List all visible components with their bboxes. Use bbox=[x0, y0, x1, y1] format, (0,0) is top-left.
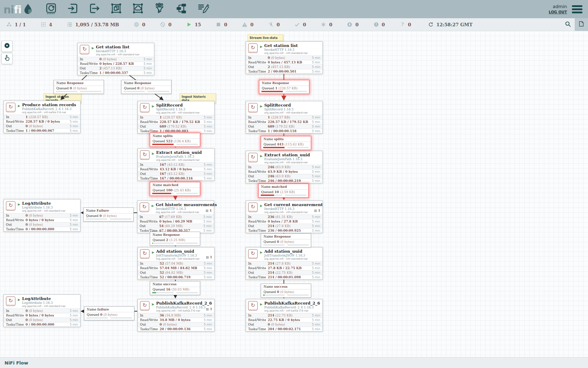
transmitting-icon bbox=[134, 22, 139, 27]
connection-failure[interactable]: Name Failure Queued 0 (0 bytes) bbox=[83, 207, 134, 222]
status-invalid: 0 bbox=[242, 22, 253, 27]
backpressure-bars bbox=[261, 244, 311, 247]
backpressure-bars bbox=[259, 90, 309, 94]
status-count: 0 bbox=[303, 22, 306, 27]
search-button[interactable] bbox=[561, 18, 575, 31]
queued-count: 0 bbox=[277, 290, 279, 294]
page-icon bbox=[578, 21, 584, 28]
status-locally-modified-stale: 0 bbox=[373, 22, 385, 27]
input-port-button[interactable] bbox=[66, 2, 79, 16]
relationship-name: splits bbox=[274, 137, 284, 141]
connection-matched[interactable]: Name matched Queued 10 (2.59 KB) bbox=[258, 184, 309, 198]
process-group-icon bbox=[110, 2, 122, 16]
connection-failure[interactable]: Name failure Queued 0 (0 bytes) bbox=[84, 306, 134, 320]
breadcrumb[interactable]: NiFi Flow bbox=[5, 360, 28, 366]
queued-count: 100 bbox=[166, 189, 173, 192]
output-port-button[interactable] bbox=[88, 2, 101, 16]
connection-response[interactable]: Name Response Queued 2 (3.25 MB) bbox=[150, 232, 200, 246]
size-backpressure-bar bbox=[176, 193, 198, 194]
connection-success[interactable]: Name success Queued 16 (50.03 MB) bbox=[150, 281, 200, 295]
remote-process-group-button[interactable] bbox=[131, 2, 145, 16]
connection-response[interactable]: Name Response Queued 0 (0 bytes) bbox=[121, 80, 172, 94]
up-to-date-icon bbox=[294, 22, 300, 27]
navigate-icon bbox=[4, 42, 10, 50]
svg-text:?: ? bbox=[401, 22, 404, 27]
object-backpressure-bar bbox=[152, 243, 174, 244]
relationship-name: success bbox=[274, 285, 287, 288]
queued-size: (136.4 KB) bbox=[174, 139, 191, 143]
queued-count: 0 bbox=[277, 240, 279, 244]
locally-modified-icon bbox=[321, 22, 326, 27]
queued-size: (0 bytes) bbox=[73, 87, 87, 90]
queued-count: 10 bbox=[274, 190, 279, 194]
connection-success[interactable]: Name success Queued 0 (0 bytes) bbox=[261, 284, 311, 298]
outline-toggle-button[interactable] bbox=[575, 18, 588, 31]
object-backpressure-bar bbox=[263, 244, 285, 246]
relationship-name: Failure bbox=[97, 209, 109, 212]
status-queued: 1,095 / 53.78 MB bbox=[67, 22, 119, 27]
processor-button[interactable] bbox=[44, 2, 58, 16]
status-count: 0 bbox=[250, 22, 253, 27]
user-block: admin LOG OUT bbox=[549, 4, 567, 14]
status-count: 0 bbox=[224, 22, 227, 27]
backpressure-bars bbox=[121, 90, 171, 94]
logout-link[interactable]: LOG OUT bbox=[549, 10, 567, 14]
relationship-name: matched bbox=[163, 183, 178, 187]
status-count: 0 bbox=[382, 22, 385, 27]
connection-response[interactable]: Name Response Queued 0 (0 bytes) bbox=[261, 233, 311, 247]
component-toolbar bbox=[44, 2, 210, 16]
global-menu-button[interactable] bbox=[572, 5, 582, 13]
locally-modified-stale-icon bbox=[373, 22, 379, 27]
size-backpressure-bar bbox=[176, 243, 198, 244]
status-locally-modified: 0 bbox=[321, 22, 332, 27]
status-stopped: 0 bbox=[216, 22, 227, 27]
nifi-drop-icon bbox=[22, 3, 34, 15]
relationship-name: Response bbox=[274, 235, 291, 238]
queued-count: 0 bbox=[99, 214, 102, 218]
status-count: 0 bbox=[329, 22, 332, 27]
backpressure-bars bbox=[84, 218, 133, 221]
logo-text-fi: fi bbox=[14, 5, 21, 15]
queued-size: (0 bytes) bbox=[140, 87, 154, 90]
connection-splits[interactable]: Name splits Queued 522 (136.4 KB) bbox=[150, 133, 200, 147]
not-transmitting-icon bbox=[160, 22, 166, 27]
connection-matched[interactable]: Name matched Queued 100 (25.43 KB) bbox=[150, 182, 200, 196]
object-backpressure-bar bbox=[152, 193, 174, 194]
process-group-button[interactable] bbox=[110, 2, 123, 16]
refresh-status[interactable]: 12:58:27 GMT bbox=[428, 22, 473, 27]
label-button[interactable] bbox=[196, 2, 210, 16]
backpressure-bars bbox=[150, 292, 200, 295]
operate-palette-button[interactable] bbox=[1, 53, 13, 64]
template-button[interactable] bbox=[175, 2, 188, 16]
threads-icon bbox=[41, 22, 46, 27]
status-running: 15 bbox=[186, 22, 201, 27]
canvas[interactable]: Ingest station recordsIngest historic da… bbox=[0, 31, 588, 368]
object-backpressure-bar bbox=[261, 195, 282, 196]
queued-count: 0 bbox=[100, 313, 102, 316]
status-cluster: 1 / 1 bbox=[6, 22, 26, 27]
queued-count: 2 bbox=[166, 238, 168, 242]
output-port-icon bbox=[89, 2, 100, 16]
connection-response[interactable]: Name Response Queued 1 (228.57 KB) bbox=[259, 80, 309, 94]
object-backpressure-bar bbox=[263, 294, 285, 296]
relationship-name: matched bbox=[272, 185, 287, 189]
backpressure-bars bbox=[84, 317, 134, 320]
queued-count: 443 bbox=[277, 143, 284, 146]
status-disabled: 0 bbox=[268, 22, 280, 27]
backpressure-bars bbox=[54, 90, 104, 94]
object-backpressure-bar bbox=[152, 292, 174, 293]
relationship-name: success bbox=[163, 282, 176, 286]
queued-size: (0 bytes) bbox=[280, 240, 294, 244]
search-icon bbox=[565, 21, 571, 29]
queued-size: (2.59 KB) bbox=[280, 190, 295, 194]
status-items: 1 / 141,095 / 53.78 MB00150000000?0 bbox=[6, 22, 426, 27]
last-refresh-time: 12:58:27 GMT bbox=[436, 22, 473, 27]
status-sync-failure: ?0 bbox=[400, 22, 411, 27]
navigate-palette-button[interactable] bbox=[1, 41, 13, 52]
funnel-button[interactable] bbox=[153, 2, 166, 16]
connection-splits[interactable]: Name splits Queued 443 (115.62 KB) bbox=[261, 136, 311, 150]
status-count: 15 bbox=[195, 22, 201, 27]
size-backpressure-bar bbox=[111, 317, 132, 319]
relationship-name: Response bbox=[163, 233, 180, 237]
connection-response[interactable]: Name Response Queued 0 (0 bytes) bbox=[54, 80, 104, 94]
